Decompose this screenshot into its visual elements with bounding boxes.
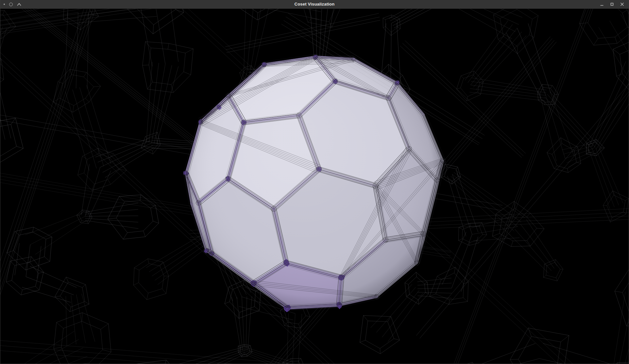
maximize-icon bbox=[610, 2, 614, 7]
window-title: Coset Visualization bbox=[0, 0, 629, 8]
titlebar[interactable]: Coset Visualization bbox=[0, 0, 629, 9]
viewport-wrap bbox=[0, 9, 629, 364]
minimize-icon bbox=[600, 2, 604, 7]
close-button[interactable] bbox=[619, 1, 626, 8]
dot-icon bbox=[4, 4, 5, 5]
window-controls bbox=[598, 0, 626, 8]
minimize-button[interactable] bbox=[598, 1, 605, 8]
maximize-button[interactable] bbox=[608, 1, 616, 8]
chevron-up-icon[interactable] bbox=[17, 3, 21, 6]
titlebar-left-icons bbox=[4, 0, 21, 8]
app-window: Coset Visualization bbox=[0, 0, 629, 364]
close-icon bbox=[620, 2, 624, 7]
coset-3d-viewport[interactable] bbox=[0, 9, 629, 364]
circle-icon[interactable] bbox=[9, 3, 13, 6]
